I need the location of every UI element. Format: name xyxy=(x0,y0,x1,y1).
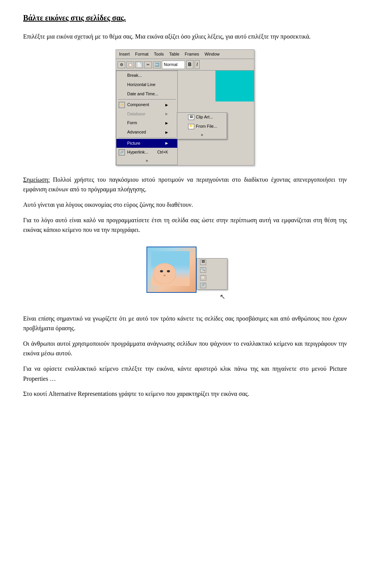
submenu-clipart[interactable]: 🖼 Clip Art... xyxy=(177,113,227,122)
baby-eye-left xyxy=(160,270,163,272)
ctx-icon-3: 📋 xyxy=(200,275,206,280)
insert-menu-pane: Break... Horizontal Line Date and Time..… xyxy=(116,71,178,165)
para-4: Είναι επίσης σημαντικό να γνωρίζετε ότι … xyxy=(23,314,347,333)
picture-submenu: 🖼 Clip Art... 📁 From File... » xyxy=(177,112,227,139)
database-arrow: ▶ xyxy=(165,111,168,117)
menu-item-form[interactable]: Form ▶ xyxy=(116,118,177,128)
baby-nose xyxy=(163,275,166,276)
menu-bar: Insert Format Tools Table Frames Window xyxy=(116,50,254,59)
image-screenshot-container: ↖ 🖼 🔍 📋 🔗 xyxy=(23,243,347,304)
picture-arrow: ▶ xyxy=(165,140,168,146)
toolbar-btn-2[interactable]: 📋 xyxy=(126,61,134,68)
baby-eye-right xyxy=(167,270,170,272)
toolbar-btn-3[interactable]: 📄 xyxy=(135,61,143,68)
toolbar-btn-4[interactable]: ✂ xyxy=(144,61,152,68)
menu-insert[interactable]: Insert xyxy=(118,51,131,58)
clipart-icon: 🖼 xyxy=(188,115,194,120)
submenu-more: » xyxy=(177,131,227,139)
note-label: Σημείωση: xyxy=(23,176,50,183)
submenu-fromfile[interactable]: 📁 From File... xyxy=(177,122,227,131)
note-paragraph: Σημείωση: Πολλοί χρήστες του παγκόσμιου … xyxy=(23,175,347,194)
baby-face xyxy=(153,263,176,284)
menu-frames[interactable]: Frames xyxy=(183,51,200,58)
menu-sep-2 xyxy=(118,138,176,138)
menu-item-horizontal[interactable]: Horizontal Line xyxy=(116,80,177,90)
ctx-item-3[interactable]: 📋 xyxy=(197,274,227,282)
cursor-icon: ↖ xyxy=(220,291,225,302)
ctx-item-2[interactable]: 🔍 xyxy=(197,266,227,274)
menu-window[interactable]: Window xyxy=(203,51,221,58)
menu-item-component[interactable]: ⚡ Component ▶ xyxy=(116,100,177,110)
page-title: Βάλτε εικόνες στις σελίδες σας. xyxy=(23,12,347,24)
toolbar-btn-5[interactable]: 🔤 xyxy=(153,61,161,68)
baby-image xyxy=(146,247,197,293)
menu-tools[interactable]: Tools xyxy=(152,51,165,58)
para-2: Αυτό γίνεται για λόγους οικονομίας στο ε… xyxy=(23,200,347,210)
menu-item-break[interactable]: Break... xyxy=(116,71,177,80)
ctx-item-4[interactable]: 🔗 xyxy=(197,282,227,289)
component-icon: ⚡ xyxy=(119,102,125,108)
bold-button[interactable]: B xyxy=(186,60,193,69)
menu-item-advanced[interactable]: Advanced ▶ xyxy=(116,128,177,137)
hyperlink-icon: 🔗 xyxy=(119,149,125,155)
ctx-item-1[interactable]: 🖼 xyxy=(197,259,227,266)
ctx-icon-2: 🔍 xyxy=(200,267,206,273)
advanced-arrow: ▶ xyxy=(165,130,168,135)
menu-item-hyperlink[interactable]: 🔗 Hyperlink... Ctrl+K xyxy=(116,148,177,157)
ctx-icon-4: 🔗 xyxy=(200,283,206,288)
toolbar-row: ⚙ 📋 📄 ✂ 🔤 Normal B I xyxy=(116,59,254,71)
dropdown-area: Break... Horizontal Line Date and Time..… xyxy=(116,71,254,165)
cyan-decoration xyxy=(215,71,254,101)
fromfile-icon: 📁 xyxy=(188,124,194,129)
menu-item-database[interactable]: Database ▶ xyxy=(116,110,177,119)
note-text: Πολλοί χρήστες του παγκόσμιου ιστού προτ… xyxy=(23,176,347,193)
menu-item-picture[interactable]: Picture ▶ xyxy=(116,139,177,148)
menu-item-datetime[interactable]: Date and Time... xyxy=(116,90,177,99)
more-arrows: » xyxy=(116,157,177,165)
ctx-icon-1: 🖼 xyxy=(200,260,206,265)
hyperlink-shortcut: Ctrl+K xyxy=(157,149,168,155)
menu-screenshot-container: Insert Format Tools Table Frames Window … xyxy=(23,49,347,166)
menu-table[interactable]: Table xyxy=(168,51,181,58)
component-arrow: ▶ xyxy=(165,102,168,108)
context-menu: 🖼 🔍 📋 🔗 xyxy=(197,258,227,290)
image-context-demo: ↖ 🖼 🔍 📋 🔗 xyxy=(143,243,227,304)
normal-dropdown[interactable]: Normal xyxy=(162,61,185,69)
para-3: Για το λόγο αυτό είναι καλό να προγραμμα… xyxy=(23,215,347,235)
intro-paragraph: Επιλέξτε μια εικόνα σχετική με το θέμα σ… xyxy=(23,32,347,42)
toolbar-btn-1[interactable]: ⚙ xyxy=(118,61,125,68)
para-7: Στο κουτί Alternative Representations γρ… xyxy=(23,389,347,399)
italic-button[interactable]: I xyxy=(195,60,200,69)
para-5: Οι άνθρωποι αυτοί χρησιμοποιούν προγράμμ… xyxy=(23,339,347,358)
menu-screenshot: Insert Format Tools Table Frames Window … xyxy=(116,49,254,166)
menu-sep-1 xyxy=(118,99,176,100)
menu-format[interactable]: Format xyxy=(134,51,150,58)
para-6: Για να ορίσετε εναλλακτικό κείμενο επιλέ… xyxy=(23,364,347,384)
form-arrow: ▶ xyxy=(165,120,168,126)
